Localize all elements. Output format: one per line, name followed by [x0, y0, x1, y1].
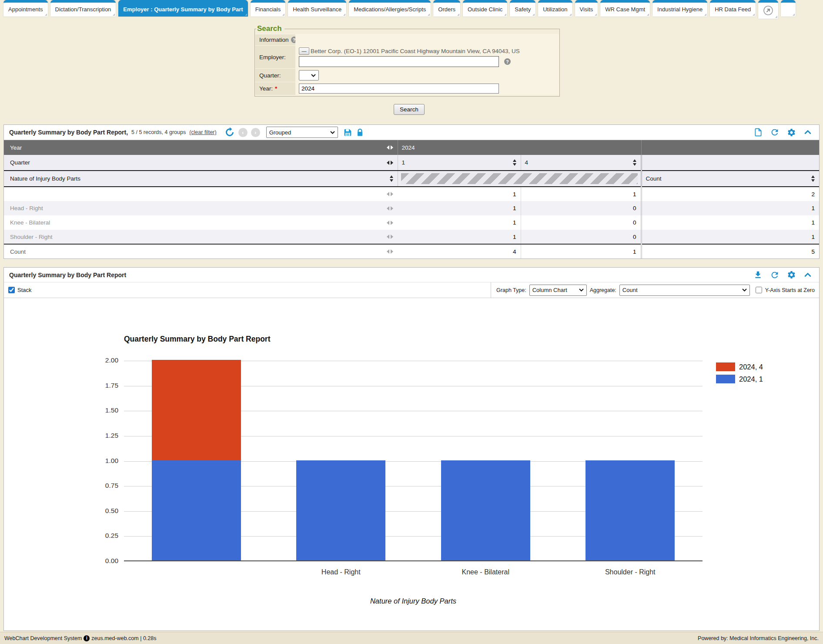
summary-table: Year 2024 Quarter 1 4 Nature of Injury B…: [4, 140, 819, 258]
previous-page-icon: ‹: [238, 128, 248, 137]
new-document-icon[interactable]: [754, 127, 763, 137]
header-row-body-parts: Nature of Injury Body Parts Count: [4, 171, 819, 187]
tab-medications-allergies-scripts[interactable]: Medications/Allergies/Scripts: [349, 0, 431, 17]
employer-label: Employer:: [259, 54, 286, 60]
collapse-icon[interactable]: [803, 128, 812, 137]
tab-external-link[interactable]: [758, 0, 778, 19]
tab-industrial-hygiene[interactable]: Industrial Hygiene: [652, 0, 707, 17]
header-row-year: Year 2024: [4, 140, 819, 155]
grid-panel: Quarterly Summary by Body Part Report, 5…: [3, 124, 820, 259]
tab-financials[interactable]: Financials: [251, 0, 286, 17]
column-move-icon[interactable]: [387, 221, 393, 225]
bar-segment: [296, 460, 385, 561]
remove-employer-button[interactable]: —: [299, 47, 309, 55]
form-row-quarter: Quarter:: [255, 68, 559, 82]
column-move-icon[interactable]: [387, 145, 393, 150]
chart-controls: Stack Graph Type: Column Chart Aggregate…: [4, 282, 819, 298]
tab-hr-data-feed[interactable]: HR Data Feed: [710, 0, 756, 17]
help-icon[interactable]: ?: [504, 58, 511, 65]
quarter-select[interactable]: [299, 70, 319, 80]
table-total-row: Count415: [4, 244, 819, 258]
search-legend: Search: [256, 24, 284, 33]
clear-filter-link[interactable]: (clear filter): [189, 129, 217, 135]
refresh-icon[interactable]: [770, 270, 780, 280]
next-page-icon: ›: [251, 128, 260, 137]
info-icon[interactable]: i: [84, 635, 90, 641]
gear-icon[interactable]: [787, 270, 796, 279]
tab-orders[interactable]: Orders: [433, 0, 460, 17]
form-row-employer: Employer: — Better Corp. (EO-1) 12001 Pa…: [255, 45, 559, 68]
required-mark: *: [275, 85, 277, 92]
column-move-icon[interactable]: [387, 249, 393, 254]
grid-panel-title: Quarterly Summary by Body Part Report,: [9, 129, 128, 136]
gear-icon[interactable]: [787, 128, 796, 137]
chart-plot: [124, 361, 703, 561]
employer-search-input[interactable]: [299, 56, 499, 67]
sort-icon[interactable]: [811, 175, 815, 182]
download-icon[interactable]: [753, 270, 763, 279]
tab-clipped[interactable]: [781, 0, 796, 17]
hatched-cell: [401, 173, 638, 184]
legend-label: 2024, 4: [739, 363, 763, 371]
tab-wr-case-mgmt[interactable]: WR Case Mgmt: [600, 0, 650, 17]
header-row-quarter: Quarter 1 4: [4, 155, 819, 171]
chevron-down-icon: [330, 131, 335, 134]
tab-visits[interactable]: Visits: [575, 0, 598, 17]
yaxis-zero-checkbox[interactable]: [756, 287, 762, 293]
y-axis-tick-label: 0.25: [87, 532, 118, 540]
stack-checkbox[interactable]: [8, 287, 15, 293]
legend-swatch: [716, 375, 735, 383]
legend-swatch: [716, 362, 735, 371]
y-axis-tick-label: 0.00: [87, 557, 118, 565]
sort-icon[interactable]: [513, 159, 516, 166]
tab-employer-quarterly-summary-by-body-part[interactable]: Employer : Quarterly Summary by Body Par…: [118, 0, 248, 17]
sort-icon[interactable]: [390, 175, 393, 182]
legend-item: 2024, 1: [716, 375, 763, 383]
grid-toolbar: Quarterly Summary by Body Part Report, 5…: [4, 125, 819, 140]
column-move-icon[interactable]: [387, 161, 393, 165]
tab-appointments[interactable]: Appointments: [3, 0, 48, 17]
aggregate-select[interactable]: Count: [619, 285, 750, 296]
year-input[interactable]: [299, 84, 499, 94]
column-move-icon[interactable]: [387, 206, 393, 211]
grid-records-count: 5 / 5 records, 4 groups: [131, 129, 186, 135]
grid-body: 112Head - Right101Knee - Bilateral101Sho…: [4, 187, 819, 258]
form-row-year: Year: *: [255, 82, 559, 95]
tab-outside-clinic[interactable]: Outside Clinic: [463, 0, 507, 17]
search-button[interactable]: Search: [394, 104, 425, 115]
collapse-icon[interactable]: [803, 271, 812, 279]
footer-host: zeus.med-web.com | 0.28s: [91, 635, 156, 641]
y-axis-tick-label: 2.00: [87, 356, 118, 364]
tab-safety[interactable]: Safety: [510, 0, 535, 17]
y-axis-tick-label: 0.50: [87, 507, 118, 515]
undo-icon[interactable]: [224, 127, 235, 138]
column-move-icon[interactable]: [387, 235, 393, 239]
quarter-label: Quarter:: [259, 72, 281, 79]
bar-segment: [152, 360, 241, 460]
chart-title: Quarterly Summary by Body Part Report: [124, 335, 270, 344]
y-axis-tick-label: 1.75: [87, 382, 118, 389]
tab-utilization[interactable]: Utilization: [538, 0, 572, 17]
bar-segment: [152, 460, 241, 561]
stack-label: Stack: [17, 287, 32, 293]
chart-legend: 2024, 42024, 1: [716, 362, 763, 383]
refresh-icon[interactable]: [770, 127, 780, 137]
column-move-icon[interactable]: [387, 192, 393, 196]
chevron-down-icon: [742, 288, 747, 292]
lock-icon[interactable]: [356, 128, 364, 137]
group-mode-select[interactable]: Grouped: [266, 127, 338, 138]
save-icon[interactable]: [343, 128, 352, 137]
sort-icon[interactable]: [633, 159, 636, 166]
footer-app-name: WebChart Development System: [4, 635, 82, 641]
bar-segment: [585, 460, 675, 561]
aggregate-label: Aggregate:: [590, 287, 616, 293]
chevron-down-icon: [311, 74, 316, 77]
table-row: Knee - Bilateral101: [4, 215, 819, 230]
status-bar: WebChart Development System i zeus.med-w…: [0, 632, 823, 644]
footer-powered-by: Powered by: Medical Informatics Engineer…: [698, 635, 819, 641]
tab-dictation-transcription[interactable]: Dictation/Transcription: [50, 0, 116, 17]
graph-type-label: Graph Type:: [496, 287, 526, 293]
legend-item: 2024, 4: [716, 362, 763, 371]
graph-type-select[interactable]: Column Chart: [529, 285, 587, 296]
tab-health-surveillance[interactable]: Health Surveillance: [288, 0, 346, 17]
